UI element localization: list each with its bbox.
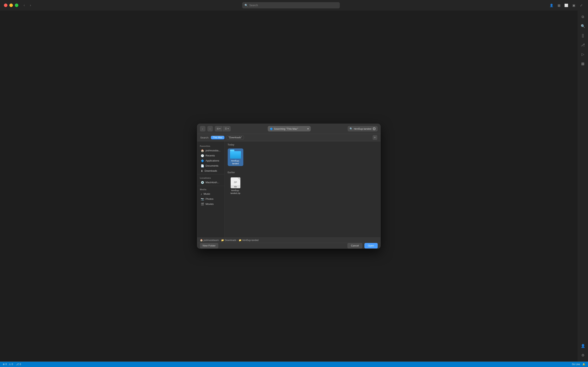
- sidebar-recents-label: Recents: [206, 154, 215, 157]
- main-area: ‹ › ⊞ ▾ ☰ ▾ 🔷 Searching "This Mac" ▾ 🔍 h…: [0, 10, 578, 361]
- folder-icon: [230, 150, 241, 158]
- clear-search-button[interactable]: ✕: [373, 127, 376, 130]
- fullscreen-icon[interactable]: ⤢: [578, 2, 584, 8]
- search-downloads-pill[interactable]: "Downloads": [226, 135, 244, 140]
- documents-icon: 📄: [201, 164, 204, 167]
- location-chevron: ▾: [307, 127, 309, 130]
- layout-icon[interactable]: ▦: [579, 59, 587, 68]
- new-folder-button[interactable]: New Folder: [200, 243, 218, 249]
- forward-arrow[interactable]: ›: [28, 2, 33, 8]
- search-placeholder: Search: [249, 4, 258, 7]
- location-dropdown[interactable]: 🔷 Searching "This Mac" ▾: [268, 126, 311, 132]
- dialog-toolbar: ‹ › ⊞ ▾ ☰ ▾ 🔷 Searching "This Mac" ▾ 🔍 h…: [197, 124, 381, 134]
- maximize-button[interactable]: [15, 3, 18, 7]
- breadcrumb-downloads[interactable]: 📁 Downloads: [221, 239, 236, 242]
- dialog-back-button[interactable]: ‹: [200, 126, 206, 132]
- git-icon[interactable]: ⎇: [579, 41, 587, 49]
- errors-status[interactable]: ⊗ 0 ⚠ 0: [3, 363, 13, 366]
- breadcrumb-downloads-label: Downloads: [225, 239, 236, 242]
- breadcrumb-row: 🏠 joshnussbaum › 📁 Downloads › 📁 html5up…: [197, 238, 381, 243]
- sidebar-music-label: Music: [204, 192, 210, 195]
- file-open-dialog: ‹ › ⊞ ▾ ☰ ▾ 🔷 Searching "This Mac" ▾ 🔍 h…: [197, 124, 381, 249]
- back-arrow[interactable]: ‹: [22, 2, 27, 8]
- breadcrumb-html5up-label: html5up-landed: [242, 239, 258, 242]
- location-text: Searching "This Mac": [274, 127, 298, 130]
- run-icon[interactable]: ▷: [579, 50, 587, 58]
- cancel-button[interactable]: Cancel: [348, 243, 362, 249]
- search-filter-icon: 🔍: [349, 127, 353, 130]
- extensions-icon[interactable]: ⣿: [579, 31, 587, 40]
- close-button[interactable]: [4, 3, 8, 7]
- file-name-html5up-landed-zip: html5up-landed.zip: [229, 189, 242, 195]
- sidebar-item-recents[interactable]: 🕐 Recents: [198, 153, 224, 158]
- list-view-button[interactable]: ☰ ▾: [223, 126, 231, 132]
- search-icon[interactable]: 🔍: [579, 22, 587, 31]
- today-section-header: Today: [224, 142, 381, 147]
- breadcrumb-downloads-icon: 📁: [221, 239, 224, 242]
- home-icon: 🏠: [201, 149, 204, 152]
- git-status[interactable]: ⎇ 0: [16, 363, 21, 366]
- minimize-button[interactable]: [9, 3, 13, 7]
- dialog-forward-button[interactable]: ›: [207, 126, 213, 132]
- search-scope-row: Search: This Mac "Downloads" +: [197, 134, 381, 142]
- earlier-file-grid: ZIP zip html5up-landed.zip: [224, 175, 381, 199]
- applications-icon: 🔷: [201, 159, 204, 162]
- favorites-label: Favorites: [197, 143, 224, 148]
- traffic-lights: [4, 3, 18, 7]
- sidebar-macintosh-label: Macintosh...: [206, 181, 219, 184]
- movies-icon: 🎬: [201, 202, 204, 206]
- search-this-mac-pill[interactable]: This Mac: [211, 136, 224, 139]
- breadcrumb-sep-2: ›: [237, 239, 238, 242]
- sidebar-item-macintosh[interactable]: 💿 Macintosh...: [198, 180, 224, 185]
- git-count: 0: [19, 363, 21, 366]
- sidebar-item-applications[interactable]: 🔷 Applications: [198, 158, 224, 163]
- titlebar-center: 🔍 Search: [33, 2, 548, 8]
- sidebar-item-downloads[interactable]: ⬇ Downloads: [198, 168, 224, 174]
- search-icon: 🔍: [245, 4, 248, 7]
- sidebar-downloads-label: Downloads: [205, 169, 217, 172]
- breadcrumb-html5up[interactable]: 📁 html5up-landed: [239, 239, 258, 242]
- settings-bottom-icon[interactable]: ⚙: [579, 351, 587, 359]
- icon-view-button[interactable]: ⊞ ▾: [215, 126, 223, 132]
- file-name-html5up-landed: html5up-landed: [229, 159, 242, 165]
- dialog-sidebar: Favorites 🏠 joshnussba... 🕐 Recents 🔷 Ap…: [197, 142, 224, 237]
- sidebar-item-movies[interactable]: 🎬 Movies: [198, 201, 224, 207]
- sidebar-item-music[interactable]: ♪ Music: [198, 192, 224, 197]
- today-file-grid: html5up-landed: [224, 147, 381, 169]
- breadcrumb-sep-1: ›: [220, 239, 220, 242]
- account-menu-icon[interactable]: 👤: [548, 2, 555, 8]
- go-live-status[interactable]: Go Live: [572, 363, 580, 366]
- sidebar-applications-label: Applications: [206, 159, 219, 162]
- status-right: Go Live 🔔: [572, 363, 585, 366]
- breadcrumb-home-icon: 🏠: [200, 239, 203, 242]
- sidebar-toggle-icon[interactable]: ▣: [571, 2, 577, 8]
- open-button[interactable]: Open: [364, 243, 378, 249]
- add-search-criteria-button[interactable]: +: [373, 135, 377, 140]
- search-filter: 🔍 html5up-landed ✕: [348, 126, 378, 132]
- activity-bar: ⧉ 🔍 ⣿ ⎇ ▷ ▦ 👤 ⚙: [578, 10, 588, 361]
- global-search-bar[interactable]: 🔍 Search: [242, 2, 340, 8]
- music-icon: ♪: [201, 192, 202, 195]
- sidebar-documents-label: Documents: [206, 164, 218, 167]
- sidebar-movies-label: Movies: [206, 202, 214, 206]
- layout-toggle-icon[interactable]: ▦: [556, 2, 562, 8]
- view-buttons: ⊞ ▾ ☰ ▾: [215, 126, 231, 132]
- media-label: Media: [197, 187, 224, 192]
- file-item-html5up-landed-folder[interactable]: html5up-landed: [228, 149, 243, 166]
- sidebar-home-label: joshnussba...: [206, 149, 221, 152]
- sidebar-item-photos[interactable]: 📷 Photos: [198, 197, 224, 201]
- sidebar-item-documents[interactable]: 📄 Documents: [198, 163, 224, 168]
- breadcrumb-html5up-icon: 📁: [239, 239, 241, 242]
- files-icon[interactable]: ⧉: [579, 12, 587, 21]
- account-bottom-icon[interactable]: 👤: [579, 342, 587, 350]
- sidebar-photos-label: Photos: [206, 198, 214, 200]
- notification-status[interactable]: 🔔: [582, 363, 585, 366]
- downloads-icon: ⬇: [201, 169, 203, 173]
- zip-file-icon: ZIP zip: [231, 177, 240, 188]
- panel-toggle-icon[interactable]: ⬜: [563, 2, 569, 8]
- file-item-html5up-landed-zip[interactable]: ZIP zip html5up-landed.zip: [228, 176, 243, 196]
- breadcrumb-home[interactable]: 🏠 joshnussbaum: [200, 239, 219, 242]
- titlebar: ‹ › 🔍 Search 👤 ▦ ⬜ ▣ ⤢: [0, 0, 588, 10]
- dialog-content: Today html5up-landed Earlier: [224, 142, 381, 237]
- sidebar-item-home[interactable]: 🏠 joshnussba...: [198, 148, 224, 153]
